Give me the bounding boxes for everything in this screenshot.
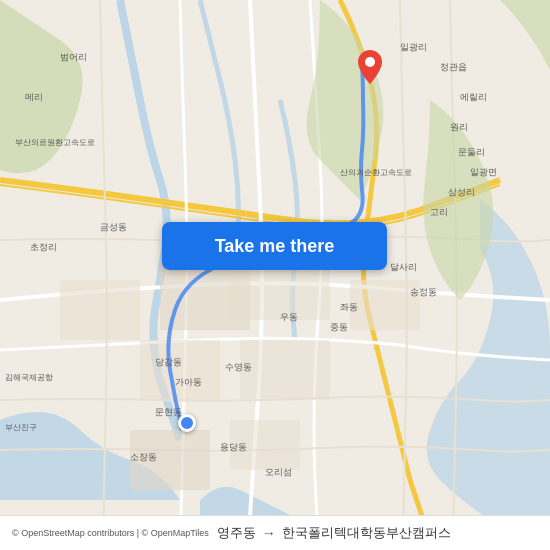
take-me-there-button[interactable]: Take me there	[162, 222, 387, 270]
svg-text:고리: 고리	[430, 207, 448, 217]
svg-text:일광면: 일광면	[470, 167, 497, 177]
svg-text:문현동: 문현동	[155, 407, 182, 417]
route-info: 영주동 → 한국폴리텍대학동부산캠퍼스	[217, 524, 451, 542]
svg-text:김해국제공항: 김해국제공항	[5, 373, 53, 382]
svg-text:소장동: 소장동	[130, 452, 157, 462]
svg-text:송정동: 송정동	[410, 287, 437, 297]
svg-text:달사리: 달사리	[390, 262, 417, 272]
route-origin: 영주동	[217, 524, 256, 542]
route-destination: 한국폴리텍대학동부산캠퍼스	[282, 524, 451, 542]
svg-text:원리: 원리	[450, 122, 468, 132]
svg-text:용당동: 용당동	[220, 442, 247, 452]
svg-text:산의괴순환고속도로: 산의괴순환고속도로	[340, 168, 412, 177]
svg-point-40	[365, 57, 375, 67]
origin-marker	[178, 414, 196, 432]
svg-text:좌동: 좌동	[340, 302, 358, 312]
svg-text:문둘리: 문둘리	[458, 147, 485, 157]
svg-text:범어리: 범어리	[60, 52, 87, 62]
svg-rect-5	[240, 340, 330, 400]
map-attribution: © OpenStreetMap contributors | © OpenMap…	[12, 528, 209, 538]
svg-text:정관읍: 정관읍	[440, 62, 467, 72]
map-background: 초정리 금성동 구서동 부곡 서리 달사리 송정동 좌동 중동 우동 당감동 가…	[0, 0, 550, 550]
svg-text:초정리: 초정리	[30, 242, 57, 252]
svg-text:메리: 메리	[25, 92, 43, 102]
svg-text:수영동: 수영동	[225, 362, 252, 372]
map-container: 초정리 금성동 구서동 부곡 서리 달사리 송정동 좌동 중동 우동 당감동 가…	[0, 0, 550, 550]
svg-text:중동: 중동	[330, 322, 348, 332]
svg-text:당감동: 당감동	[155, 357, 182, 367]
svg-text:일광리: 일광리	[400, 42, 427, 52]
svg-text:에릴리: 에릴리	[460, 92, 487, 102]
svg-text:부산진구: 부산진구	[5, 423, 37, 432]
route-arrow: →	[262, 525, 276, 541]
svg-text:오리섬: 오리섬	[265, 467, 292, 477]
destination-marker	[358, 50, 382, 88]
svg-text:금성동: 금성동	[100, 222, 127, 232]
svg-rect-4	[140, 340, 220, 400]
svg-text:부산의료원환고속도로: 부산의료원환고속도로	[15, 138, 95, 147]
svg-text:삼성리: 삼성리	[448, 187, 475, 197]
bottom-bar: © OpenStreetMap contributors | © OpenMap…	[0, 515, 550, 550]
svg-text:가아동: 가아동	[175, 377, 202, 387]
svg-rect-1	[60, 280, 140, 340]
svg-text:우동: 우동	[280, 312, 298, 322]
